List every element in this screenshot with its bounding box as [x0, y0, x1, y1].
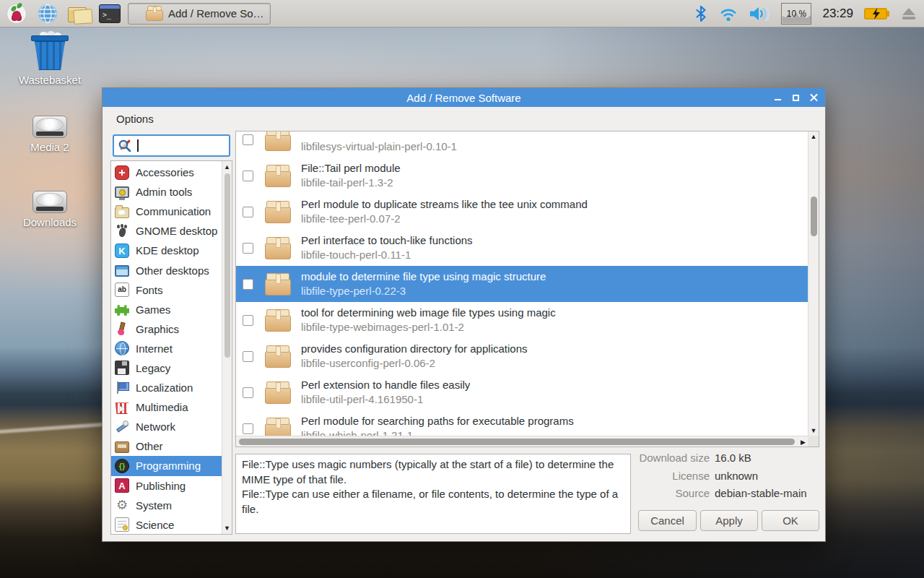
package-description: File::Type uses magic numbers (typically…	[235, 454, 631, 534]
publishing-icon	[115, 478, 129, 493]
fonts-icon	[115, 282, 129, 297]
scrollbar-thumb[interactable]	[225, 173, 230, 358]
sidebar-item-other-desktops[interactable]: Other desktops	[111, 260, 222, 280]
package-checkbox[interactable]	[243, 423, 253, 434]
category-label: Admin tools	[136, 186, 192, 198]
package-row[interactable]: provides configuration directory for app…	[236, 338, 808, 374]
package-icon	[265, 381, 291, 404]
programming-icon	[115, 459, 129, 473]
sidebar-item-publishing[interactable]: Publishing	[111, 476, 222, 496]
source-value: debian-stable-main	[715, 487, 807, 499]
eject-icon[interactable]	[902, 8, 915, 20]
package-name: libfilesys-virtual-plain-perl-0.10-1	[301, 140, 457, 152]
scrollbar-thumb[interactable]	[811, 197, 817, 236]
category-scrollbar[interactable]: ▲ ▼	[222, 161, 232, 534]
terminal-button[interactable]	[99, 3, 121, 25]
package-row[interactable]: libfilesys-virtual-plain-perl-0.10-1	[236, 131, 808, 158]
sidebar-item-communication[interactable]: Communication	[111, 202, 222, 221]
package-checkbox[interactable]	[243, 207, 253, 217]
sidebar-item-kde-desktop[interactable]: KDE desktop	[111, 241, 222, 260]
package-checkbox[interactable]	[243, 279, 253, 290]
package-name: libfile-tee-perl-0.07-2	[301, 212, 401, 225]
taskbar-window-button[interactable]: Add / Remove Software	[128, 3, 271, 25]
package-row[interactable]: File::Tail perl modulelibfile-tail-perl-…	[236, 158, 808, 194]
maximize-icon	[793, 95, 799, 101]
package-checkbox[interactable]	[243, 171, 253, 181]
apply-button[interactable]: Apply	[700, 510, 758, 531]
hard-drive-icon	[32, 116, 67, 138]
package-row[interactable]: Perl interface to touch-like functionsli…	[236, 230, 808, 266]
desktop-icon-wastebasket[interactable]: Wastebasket	[6, 30, 93, 86]
sidebar-item-network[interactable]: Network	[111, 417, 222, 436]
download-size-value: 16.0 kB	[715, 452, 751, 464]
menu-raspberry-button[interactable]	[6, 3, 27, 25]
category-list: Accessories Admin tools Communication GN…	[110, 160, 232, 535]
system-icon	[115, 498, 129, 512]
package-row[interactable]: tool for determining web image file type…	[236, 302, 808, 338]
file-manager-button[interactable]	[68, 3, 90, 25]
sidebar-item-localization[interactable]: Localization	[111, 378, 222, 397]
sidebar-item-admin-tools[interactable]: Admin tools	[111, 182, 222, 202]
sidebar-item-system[interactable]: System	[111, 496, 222, 515]
package-checkbox[interactable]	[243, 134, 253, 145]
sidebar-item-internet[interactable]: Internet	[111, 339, 222, 358]
sidebar-item-programming[interactable]: Programming	[111, 456, 222, 475]
search-input[interactable]	[113, 134, 230, 157]
maximize-button[interactable]	[790, 92, 801, 103]
close-button[interactable]	[808, 92, 819, 103]
menu-options[interactable]: Options	[115, 110, 155, 128]
sidebar-item-games[interactable]: Games	[111, 300, 222, 319]
sidebar-item-multimedia[interactable]: Multimedia	[111, 397, 222, 417]
category-label: Graphics	[136, 323, 179, 335]
sidebar-item-accessories[interactable]: Accessories	[111, 163, 222, 182]
clock[interactable]: 23:29	[822, 7, 853, 21]
package-row[interactable]: Perl extension to handle files easilylib…	[236, 374, 808, 410]
package-name: libfile-tail-perl-1.3-2	[301, 176, 393, 189]
internet-icon	[115, 341, 129, 355]
category-label: Network	[136, 420, 175, 433]
text-cursor	[137, 139, 139, 152]
minimize-icon	[775, 99, 781, 100]
category-label: Communication	[136, 205, 211, 217]
vertical-scrollbar[interactable]: ▲ ▼	[808, 131, 819, 436]
category-label: Accessories	[136, 166, 194, 178]
package-row[interactable]: Perl module for searching paths for exec…	[236, 410, 808, 436]
desktop-icon-media2[interactable]: Media 2	[6, 116, 93, 153]
package-checkbox[interactable]	[243, 243, 253, 254]
package-row[interactable]: Perl module to duplicate streams like th…	[236, 194, 808, 230]
sidebar-item-other[interactable]: Other	[111, 436, 222, 456]
scroll-up-icon[interactable]: ▲	[222, 162, 232, 172]
package-checkbox[interactable]	[243, 387, 253, 398]
games-icon	[115, 303, 129, 316]
wifi-icon[interactable]	[719, 6, 738, 22]
scrollbar-corner	[808, 436, 819, 447]
package-icon	[265, 309, 291, 332]
package-checkbox[interactable]	[243, 351, 253, 362]
cancel-button[interactable]: Cancel	[638, 510, 697, 531]
horizontal-scrollbar[interactable]: ▶	[236, 436, 808, 447]
desktop-icon-downloads[interactable]: Downloads	[6, 191, 93, 228]
bluetooth-icon[interactable]	[694, 5, 708, 22]
sidebar-item-science[interactable]: Science	[111, 515, 222, 535]
close-icon	[810, 94, 818, 102]
sidebar-item-fonts[interactable]: Fonts	[111, 280, 222, 300]
ok-button[interactable]: OK	[762, 510, 819, 531]
window-titlebar[interactable]: Add / Remove Software	[103, 88, 825, 107]
scroll-up-icon[interactable]: ▲	[808, 133, 819, 140]
volume-icon[interactable]	[749, 5, 770, 22]
category-label: Internet	[136, 342, 173, 355]
sidebar-item-legacy[interactable]: Legacy	[111, 358, 222, 378]
browser-button[interactable]	[37, 3, 58, 25]
sidebar-item-graphics[interactable]: Graphics	[111, 319, 222, 339]
sidebar-item-gnome-desktop[interactable]: GNOME desktop	[111, 221, 222, 241]
package-checkbox[interactable]	[243, 315, 253, 326]
cpu-monitor[interactable]: 10 %	[781, 3, 811, 25]
scrollbar-thumb[interactable]	[239, 439, 795, 445]
minimize-button[interactable]	[772, 92, 783, 103]
package-row-selected[interactable]: module to determine file type using magi…	[236, 266, 808, 302]
scroll-right-icon[interactable]: ▶	[801, 439, 806, 446]
scroll-down-icon[interactable]: ▼	[222, 523, 232, 533]
raspberry-icon	[6, 4, 27, 24]
scroll-down-icon[interactable]: ▼	[808, 427, 819, 434]
battery-icon[interactable]	[864, 6, 892, 22]
